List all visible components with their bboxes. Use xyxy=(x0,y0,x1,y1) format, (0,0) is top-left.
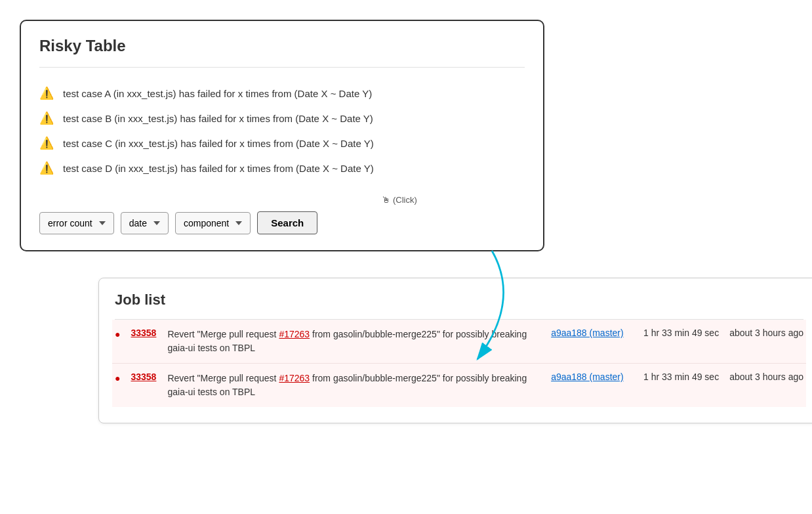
component-dropdown[interactable]: component xyxy=(175,212,251,234)
job-ago: about 3 hours ago xyxy=(729,372,803,382)
cursor-icon: 🖱 xyxy=(382,195,390,205)
item-text: test case B (in xxx_test.js) has failed … xyxy=(63,113,373,124)
job-id-link[interactable]: 33358 xyxy=(131,328,157,338)
item-text: test case A (in xxx_test.js) has failed … xyxy=(63,88,372,99)
desc-prefix: Revert "Merge pull request xyxy=(167,329,279,339)
cursor-click-area: 🖱 (Click) xyxy=(41,195,525,205)
error-count-dropdown[interactable]: error count xyxy=(39,212,114,234)
date-label: date xyxy=(129,218,147,228)
item-text: test case C (in xxx_test.js) has failed … xyxy=(63,138,374,149)
dropdown-arrow-icon xyxy=(153,221,160,225)
warning-icon: ⚠️ xyxy=(39,136,54,150)
warning-icon: ⚠️ xyxy=(39,161,54,175)
list-item: ⚠️ test case A (in xxx_test.js) has fail… xyxy=(39,81,525,106)
list-item: ⚠️ test case B (in xxx_test.js) has fail… xyxy=(39,106,525,131)
job-id-link[interactable]: 33358 xyxy=(131,372,157,382)
pull-request-link[interactable]: #17263 xyxy=(279,329,310,339)
desc-prefix: Revert "Merge pull request xyxy=(167,373,279,383)
error-status-icon: ● xyxy=(115,373,120,383)
risky-table-title: Risky Table xyxy=(39,37,525,55)
job-duration: 1 hr 33 min 49 sec xyxy=(640,328,719,338)
warning-icon: ⚠️ xyxy=(39,111,54,125)
click-label: (Click) xyxy=(393,195,417,205)
item-text: test case D (in xxx_test.js) has failed … xyxy=(63,163,374,174)
error-count-label: error count xyxy=(48,218,92,228)
pull-request-link[interactable]: #17263 xyxy=(279,373,310,383)
filter-row: error count date component Search xyxy=(39,211,525,234)
dropdown-arrow-icon xyxy=(99,221,106,225)
warning-icon: ⚠️ xyxy=(39,86,54,100)
list-item: ⚠️ test case D (in xxx_test.js) has fail… xyxy=(39,156,525,181)
date-dropdown[interactable]: date xyxy=(121,212,169,234)
risky-table-divider xyxy=(39,67,525,68)
arrow-connector xyxy=(420,243,564,374)
risky-table-items: ⚠️ test case A (in xxx_test.js) has fail… xyxy=(39,81,525,181)
job-description: Revert "Merge pull request #17263 from g… xyxy=(167,372,540,399)
risky-table-card: Risky Table ⚠️ test case A (in xxx_test.… xyxy=(20,20,544,251)
job-duration: 1 hr 33 min 49 sec xyxy=(640,372,719,382)
component-label: component xyxy=(184,218,229,228)
list-item: ⚠️ test case C (in xxx_test.js) has fail… xyxy=(39,131,525,156)
search-button[interactable]: Search xyxy=(257,211,317,234)
job-ago: about 3 hours ago xyxy=(729,328,803,338)
error-status-icon: ● xyxy=(115,329,120,339)
dropdown-arrow-icon xyxy=(235,221,242,225)
